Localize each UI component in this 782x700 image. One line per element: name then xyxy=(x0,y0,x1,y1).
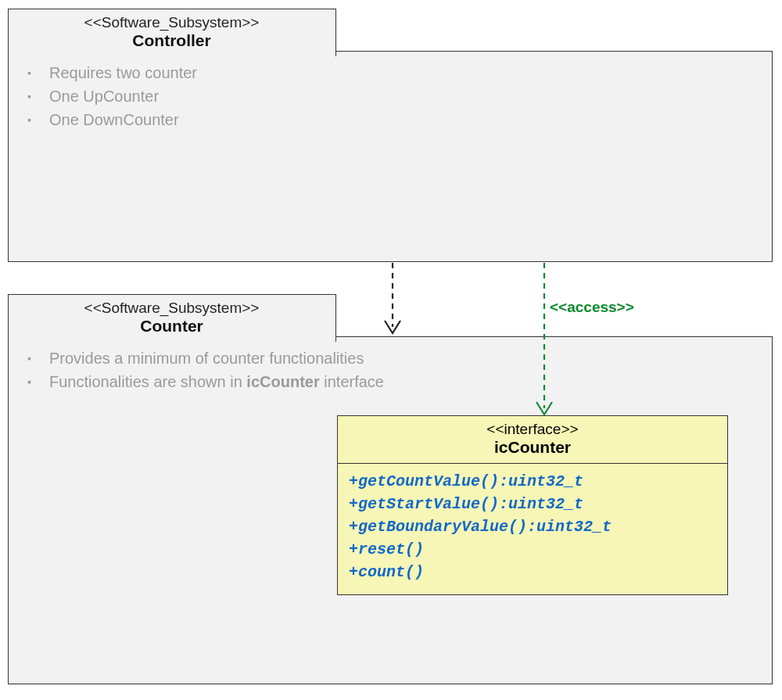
package-controller-tab: <<Software_Subsystem>> Controller xyxy=(8,9,336,56)
access-label: <<access>> xyxy=(550,299,634,316)
text-bold: icCounter xyxy=(246,373,319,390)
counter-name: Counter xyxy=(27,317,317,336)
list-item: Requires two counter xyxy=(21,61,759,84)
diagram-canvas: <<Software_Subsystem>> Controller Requir… xyxy=(8,8,774,688)
text: Functionalities are shown in xyxy=(49,373,246,390)
operation: +getBoundaryValue():uint32_t xyxy=(349,515,716,538)
dependency-arrow-controller-to-counter xyxy=(385,263,400,333)
controller-body: Requires two counter One UpCounter One D… xyxy=(9,52,772,144)
package-counter: <<Software_Subsystem>> Counter Provides … xyxy=(8,336,773,684)
operation: +reset() xyxy=(349,538,716,561)
package-controller: <<Software_Subsystem>> Controller Requir… xyxy=(8,51,773,262)
interface-header: <<interface>> icCounter xyxy=(338,416,727,464)
list-item: Functionalities are shown in icCounter i… xyxy=(21,370,759,393)
controller-stereotype: <<Software_Subsystem>> xyxy=(27,14,317,31)
interface-name: icCounter xyxy=(344,438,721,457)
interface-iccounter: <<interface>> icCounter +getCountValue()… xyxy=(337,415,728,595)
list-item: Provides a minimum of counter functional… xyxy=(21,346,759,370)
counter-body: Provides a minimum of counter functional… xyxy=(9,337,772,406)
operation: +getCountValue():uint32_t xyxy=(349,470,716,493)
interface-stereotype: <<interface>> xyxy=(344,421,721,438)
counter-bullets: Provides a minimum of counter functional… xyxy=(21,346,759,393)
operation: +getStartValue():uint32_t xyxy=(349,493,716,515)
counter-stereotype: <<Software_Subsystem>> xyxy=(27,300,317,317)
text: interface xyxy=(320,373,384,390)
interface-operations: +getCountValue():uint32_t +getStartValue… xyxy=(338,464,727,594)
list-item: One UpCounter xyxy=(21,84,759,108)
controller-name: Controller xyxy=(27,31,317,50)
controller-bullets: Requires two counter One UpCounter One D… xyxy=(21,61,759,131)
package-counter-tab: <<Software_Subsystem>> Counter xyxy=(8,294,336,342)
list-item: One DownCounter xyxy=(21,108,759,131)
operation: +count() xyxy=(349,561,716,583)
